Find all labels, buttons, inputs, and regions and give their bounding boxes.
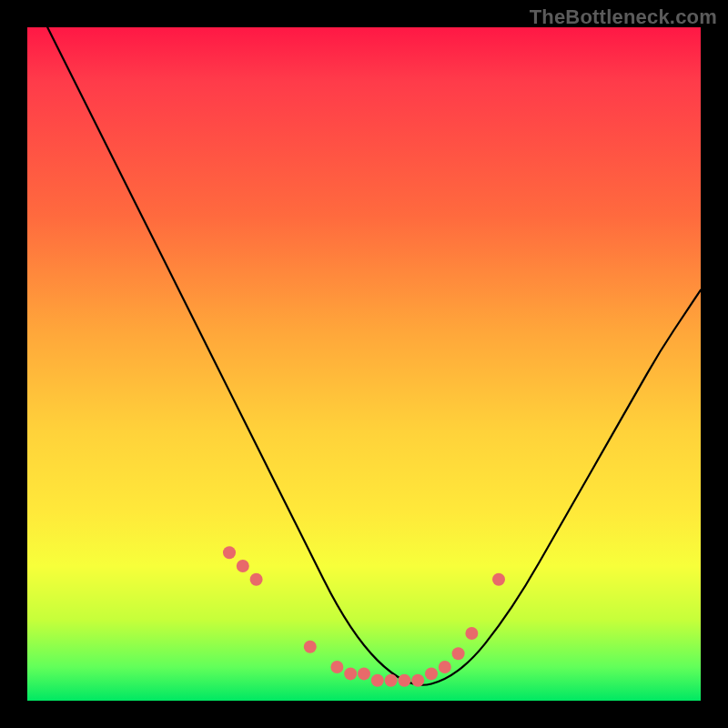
watermark-text: TheBottleneck.com <box>530 5 717 29</box>
highlight-dot <box>465 627 478 640</box>
plot-area <box>27 27 701 701</box>
bottleneck-curve <box>47 27 701 685</box>
highlight-dot <box>371 674 384 687</box>
highlight-dot <box>250 573 263 586</box>
highlight-dot <box>330 661 343 673</box>
highlight-dot <box>304 641 317 653</box>
highlight-dot <box>223 546 236 559</box>
highlight-dot <box>358 667 370 680</box>
highlight-dot <box>344 667 357 680</box>
highlight-dot <box>492 573 505 586</box>
highlight-dot <box>452 647 465 660</box>
highlight-dot <box>385 674 398 687</box>
highlight-dot <box>398 674 410 687</box>
curve-svg <box>27 27 701 701</box>
highlight-dot <box>411 674 424 687</box>
highlight-dot <box>439 661 451 673</box>
highlight-dot <box>237 560 249 572</box>
chart-frame: TheBottleneck.com <box>0 0 728 728</box>
highlight-dot <box>425 667 438 680</box>
